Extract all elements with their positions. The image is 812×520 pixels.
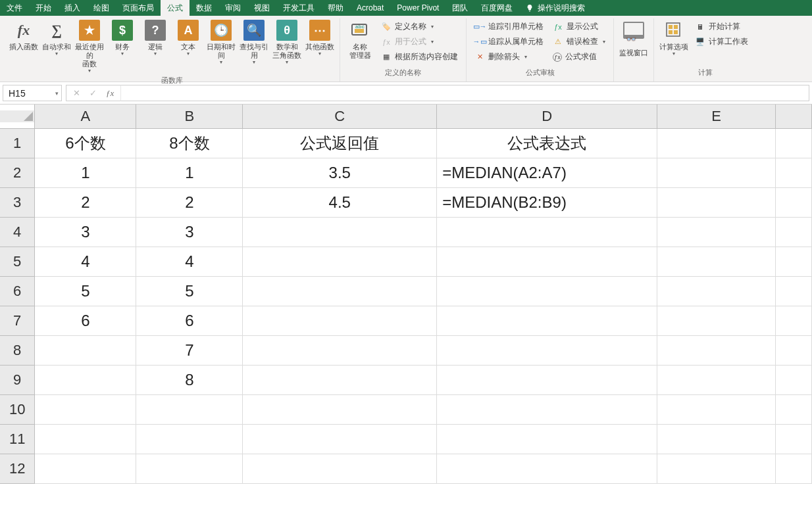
trace-dependents-item[interactable]: →▭ 追踪从属单元格 xyxy=(473,35,545,49)
cell-C2[interactable]: 3.5 xyxy=(243,158,437,187)
cell-D10[interactable] xyxy=(437,394,657,424)
cell-E6[interactable] xyxy=(657,276,776,306)
datetime-button[interactable]: 🕒 日期和时间 ▾ xyxy=(205,18,237,65)
cell-B10[interactable] xyxy=(136,394,243,424)
menu-tab-formulas[interactable]: 公式 xyxy=(161,0,190,16)
cell-B4[interactable]: 3 xyxy=(136,217,243,247)
name-box[interactable]: H15 ▾ xyxy=(3,85,62,101)
menu-tab-file[interactable]: 文件 xyxy=(0,0,29,16)
cell-D6[interactable] xyxy=(437,276,657,306)
cell-C9[interactable] xyxy=(243,365,437,394)
autosum-button[interactable]: ∑ 自动求和 ▾ xyxy=(41,18,72,57)
cell-A5[interactable]: 4 xyxy=(35,247,136,276)
formula-bar-input[interactable] xyxy=(120,85,809,101)
menu-tab-team[interactable]: 团队 xyxy=(445,0,474,16)
math-button[interactable]: θ 数学和 三角函数 ▾ xyxy=(271,18,303,65)
menu-tab-insert[interactable]: 插入 xyxy=(58,0,87,16)
cell-B1[interactable]: 8个数 xyxy=(136,128,243,158)
cell-E2[interactable] xyxy=(657,158,776,187)
cell-C4[interactable] xyxy=(243,217,437,247)
cell-F1[interactable] xyxy=(775,128,811,158)
fx-icon[interactable]: ƒx xyxy=(106,88,114,99)
menu-tab-acrobat[interactable]: Acrobat xyxy=(350,0,390,16)
trace-precedents-item[interactable]: ▭→ 追踪引用单元格 xyxy=(473,20,545,34)
cell-E7[interactable] xyxy=(657,306,776,335)
logical-button[interactable]: ? 逻辑 ▾ xyxy=(140,18,171,57)
financial-button[interactable]: $ 财务 ▾ xyxy=(107,18,138,57)
cell-A3[interactable]: 2 xyxy=(35,187,136,217)
select-all-corner[interactable] xyxy=(0,105,35,128)
menu-tab-home[interactable]: 开始 xyxy=(29,0,58,16)
cell-A2[interactable]: 1 xyxy=(35,158,136,187)
more-functions-button[interactable]: ⋯ 其他函数 ▾ xyxy=(304,18,336,57)
cell-D8[interactable] xyxy=(437,335,657,365)
cell-C6[interactable] xyxy=(243,276,437,306)
cell-D3[interactable]: =MEDIAN(B2:B9) xyxy=(437,187,657,217)
cell-E8[interactable] xyxy=(657,335,776,365)
menu-tab-devtools[interactable]: 开发工具 xyxy=(276,0,321,16)
cell-B12[interactable] xyxy=(136,454,243,483)
col-header-E[interactable]: E xyxy=(657,105,776,128)
col-header-partial[interactable] xyxy=(775,105,811,128)
col-header-B[interactable]: B xyxy=(136,105,243,128)
cell-B5[interactable]: 4 xyxy=(136,247,243,276)
cell-C7[interactable] xyxy=(243,306,437,335)
cell-E5[interactable] xyxy=(657,247,776,276)
cell-A7[interactable]: 6 xyxy=(35,306,136,335)
create-from-selection-item[interactable]: ▦ 根据所选内容创建 xyxy=(380,50,459,64)
cell-A8[interactable] xyxy=(35,335,136,365)
cell-B2[interactable]: 1 xyxy=(136,158,243,187)
row-header-4[interactable]: 4 xyxy=(0,217,35,247)
remove-arrows-item[interactable]: ✕ 删除箭头 ▾ xyxy=(473,50,545,64)
menu-tab-data[interactable]: 数据 xyxy=(190,0,218,16)
cell-A10[interactable] xyxy=(35,394,136,424)
define-name-item[interactable]: 🏷️ 定义名称 ▾ xyxy=(380,20,459,34)
cell-D12[interactable] xyxy=(437,454,657,483)
enter-icon[interactable]: ✓ xyxy=(89,88,97,98)
text-button[interactable]: A 文本 ▾ xyxy=(172,18,204,57)
cell-D7[interactable] xyxy=(437,306,657,335)
cell-C8[interactable] xyxy=(243,335,437,365)
col-header-A[interactable]: A xyxy=(35,105,136,128)
cell-C11[interactable] xyxy=(243,424,437,454)
name-manager-button[interactable]: abc 名称 管理器 xyxy=(344,18,376,60)
cell-C3[interactable]: 4.5 xyxy=(243,187,437,217)
cell-F2[interactable] xyxy=(775,158,811,187)
cell-A4[interactable]: 3 xyxy=(35,217,136,247)
cell-A1[interactable]: 6个数 xyxy=(35,128,136,158)
show-formulas-item[interactable]: ƒx 显示公式 xyxy=(551,20,607,34)
cell-C12[interactable] xyxy=(243,454,437,483)
menu-tab-layout[interactable]: 页面布局 xyxy=(116,0,161,16)
menu-tab-view[interactable]: 视图 xyxy=(247,0,276,16)
recent-functions-button[interactable]: ★ 最近使用的 函数 ▾ xyxy=(74,18,105,74)
cell-F4[interactable] xyxy=(775,217,811,247)
cell-D1[interactable]: 公式表达式 xyxy=(437,128,657,158)
cell-D4[interactable] xyxy=(437,217,657,247)
cell-B6[interactable]: 5 xyxy=(136,276,243,306)
cell-F8[interactable] xyxy=(775,335,811,365)
row-header-11[interactable]: 11 xyxy=(0,424,35,454)
row-header-5[interactable]: 5 xyxy=(0,247,35,276)
cell-A11[interactable] xyxy=(35,424,136,454)
cell-B11[interactable] xyxy=(136,424,243,454)
col-header-C[interactable]: C xyxy=(243,105,437,128)
cell-F3[interactable] xyxy=(775,187,811,217)
cell-E9[interactable] xyxy=(657,365,776,394)
menu-tab-draw[interactable]: 绘图 xyxy=(87,0,116,16)
cell-D5[interactable] xyxy=(437,247,657,276)
cell-E10[interactable] xyxy=(657,394,776,424)
cell-E12[interactable] xyxy=(657,454,776,483)
cell-B3[interactable]: 2 xyxy=(136,187,243,217)
calc-options-button[interactable]: 计算选项 ▾ xyxy=(658,18,690,57)
col-header-D[interactable]: D xyxy=(437,105,657,128)
cell-C1[interactable]: 公式返回值 xyxy=(243,128,437,158)
cell-A9[interactable] xyxy=(35,365,136,394)
cell-E11[interactable] xyxy=(657,424,776,454)
cell-F11[interactable] xyxy=(775,424,811,454)
cell-D11[interactable] xyxy=(437,424,657,454)
menu-tab-baidu[interactable]: 百度网盘 xyxy=(474,0,519,16)
cell-C5[interactable] xyxy=(243,247,437,276)
row-header-3[interactable]: 3 xyxy=(0,187,35,217)
cell-D9[interactable] xyxy=(437,365,657,394)
cell-E4[interactable] xyxy=(657,217,776,247)
